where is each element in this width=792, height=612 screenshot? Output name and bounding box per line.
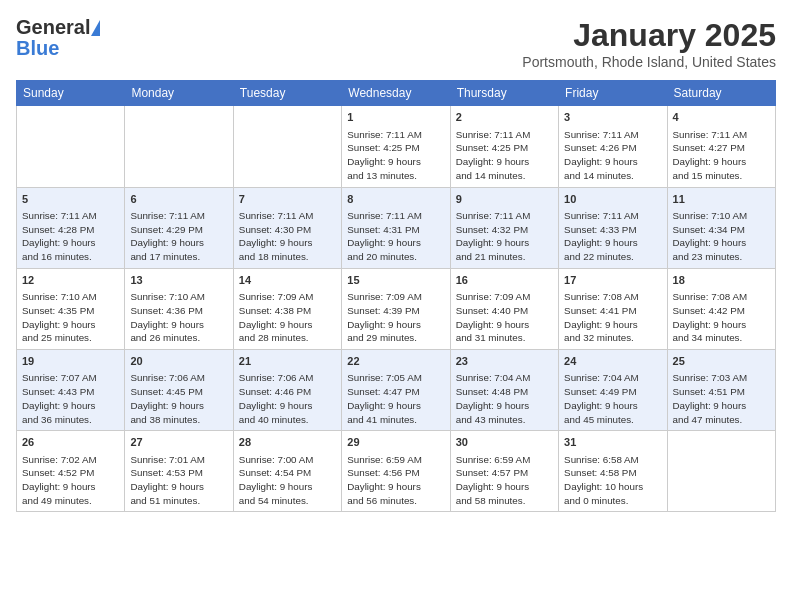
calendar-day-cell: 5Sunrise: 7:11 AM Sunset: 4:28 PM Daylig… bbox=[17, 187, 125, 268]
day-info: Sunrise: 7:06 AM Sunset: 4:46 PM Dayligh… bbox=[239, 371, 336, 426]
calendar-day-cell: 16Sunrise: 7:09 AM Sunset: 4:40 PM Dayli… bbox=[450, 268, 558, 349]
calendar-day-cell: 29Sunrise: 6:59 AM Sunset: 4:56 PM Dayli… bbox=[342, 431, 450, 512]
day-info: Sunrise: 7:03 AM Sunset: 4:51 PM Dayligh… bbox=[673, 371, 770, 426]
calendar-day-cell: 13Sunrise: 7:10 AM Sunset: 4:36 PM Dayli… bbox=[125, 268, 233, 349]
day-info: Sunrise: 7:08 AM Sunset: 4:42 PM Dayligh… bbox=[673, 290, 770, 345]
weekday-header-thursday: Thursday bbox=[450, 81, 558, 106]
day-number: 28 bbox=[239, 435, 336, 450]
weekday-header-monday: Monday bbox=[125, 81, 233, 106]
logo-general: General bbox=[16, 16, 90, 39]
weekday-header-row: SundayMondayTuesdayWednesdayThursdayFrid… bbox=[17, 81, 776, 106]
day-number: 22 bbox=[347, 354, 444, 369]
calendar-day-cell: 28Sunrise: 7:00 AM Sunset: 4:54 PM Dayli… bbox=[233, 431, 341, 512]
day-number: 2 bbox=[456, 110, 553, 125]
calendar-day-cell: 27Sunrise: 7:01 AM Sunset: 4:53 PM Dayli… bbox=[125, 431, 233, 512]
logo: General Blue bbox=[16, 16, 100, 60]
day-info: Sunrise: 7:10 AM Sunset: 4:35 PM Dayligh… bbox=[22, 290, 119, 345]
day-number: 21 bbox=[239, 354, 336, 369]
day-number: 14 bbox=[239, 273, 336, 288]
calendar-week-row: 1Sunrise: 7:11 AM Sunset: 4:25 PM Daylig… bbox=[17, 106, 776, 187]
calendar-day-cell bbox=[17, 106, 125, 187]
day-info: Sunrise: 7:11 AM Sunset: 4:31 PM Dayligh… bbox=[347, 209, 444, 264]
day-number: 20 bbox=[130, 354, 227, 369]
logo-blue: Blue bbox=[16, 37, 59, 60]
day-info: Sunrise: 7:11 AM Sunset: 4:33 PM Dayligh… bbox=[564, 209, 661, 264]
day-number: 13 bbox=[130, 273, 227, 288]
day-info: Sunrise: 7:11 AM Sunset: 4:29 PM Dayligh… bbox=[130, 209, 227, 264]
day-info: Sunrise: 7:09 AM Sunset: 4:38 PM Dayligh… bbox=[239, 290, 336, 345]
day-number: 8 bbox=[347, 192, 444, 207]
day-info: Sunrise: 7:01 AM Sunset: 4:53 PM Dayligh… bbox=[130, 453, 227, 508]
day-number: 11 bbox=[673, 192, 770, 207]
day-info: Sunrise: 7:11 AM Sunset: 4:27 PM Dayligh… bbox=[673, 128, 770, 183]
calendar-week-row: 5Sunrise: 7:11 AM Sunset: 4:28 PM Daylig… bbox=[17, 187, 776, 268]
day-info: Sunrise: 7:09 AM Sunset: 4:39 PM Dayligh… bbox=[347, 290, 444, 345]
day-number: 30 bbox=[456, 435, 553, 450]
day-info: Sunrise: 7:09 AM Sunset: 4:40 PM Dayligh… bbox=[456, 290, 553, 345]
title-block: January 2025 Portsmouth, Rhode Island, U… bbox=[522, 16, 776, 70]
calendar-day-cell: 3Sunrise: 7:11 AM Sunset: 4:26 PM Daylig… bbox=[559, 106, 667, 187]
calendar-day-cell: 4Sunrise: 7:11 AM Sunset: 4:27 PM Daylig… bbox=[667, 106, 775, 187]
calendar-day-cell: 25Sunrise: 7:03 AM Sunset: 4:51 PM Dayli… bbox=[667, 350, 775, 431]
day-number: 15 bbox=[347, 273, 444, 288]
day-number: 4 bbox=[673, 110, 770, 125]
calendar-day-cell: 24Sunrise: 7:04 AM Sunset: 4:49 PM Dayli… bbox=[559, 350, 667, 431]
calendar-day-cell: 12Sunrise: 7:10 AM Sunset: 4:35 PM Dayli… bbox=[17, 268, 125, 349]
day-number: 9 bbox=[456, 192, 553, 207]
weekday-header-wednesday: Wednesday bbox=[342, 81, 450, 106]
day-number: 17 bbox=[564, 273, 661, 288]
day-number: 1 bbox=[347, 110, 444, 125]
calendar-day-cell: 26Sunrise: 7:02 AM Sunset: 4:52 PM Dayli… bbox=[17, 431, 125, 512]
day-info: Sunrise: 6:59 AM Sunset: 4:56 PM Dayligh… bbox=[347, 453, 444, 508]
calendar-day-cell: 21Sunrise: 7:06 AM Sunset: 4:46 PM Dayli… bbox=[233, 350, 341, 431]
day-info: Sunrise: 6:58 AM Sunset: 4:58 PM Dayligh… bbox=[564, 453, 661, 508]
calendar-day-cell: 9Sunrise: 7:11 AM Sunset: 4:32 PM Daylig… bbox=[450, 187, 558, 268]
calendar-week-row: 26Sunrise: 7:02 AM Sunset: 4:52 PM Dayli… bbox=[17, 431, 776, 512]
calendar-day-cell bbox=[667, 431, 775, 512]
day-info: Sunrise: 7:06 AM Sunset: 4:45 PM Dayligh… bbox=[130, 371, 227, 426]
day-info: Sunrise: 7:11 AM Sunset: 4:28 PM Dayligh… bbox=[22, 209, 119, 264]
day-info: Sunrise: 7:11 AM Sunset: 4:32 PM Dayligh… bbox=[456, 209, 553, 264]
month-title: January 2025 bbox=[522, 16, 776, 54]
day-number: 19 bbox=[22, 354, 119, 369]
calendar-week-row: 12Sunrise: 7:10 AM Sunset: 4:35 PM Dayli… bbox=[17, 268, 776, 349]
calendar-day-cell: 8Sunrise: 7:11 AM Sunset: 4:31 PM Daylig… bbox=[342, 187, 450, 268]
day-number: 25 bbox=[673, 354, 770, 369]
logo-triangle-icon bbox=[91, 20, 100, 36]
calendar-day-cell: 31Sunrise: 6:58 AM Sunset: 4:58 PM Dayli… bbox=[559, 431, 667, 512]
day-info: Sunrise: 6:59 AM Sunset: 4:57 PM Dayligh… bbox=[456, 453, 553, 508]
day-info: Sunrise: 7:11 AM Sunset: 4:25 PM Dayligh… bbox=[456, 128, 553, 183]
day-info: Sunrise: 7:05 AM Sunset: 4:47 PM Dayligh… bbox=[347, 371, 444, 426]
day-number: 29 bbox=[347, 435, 444, 450]
day-info: Sunrise: 7:07 AM Sunset: 4:43 PM Dayligh… bbox=[22, 371, 119, 426]
calendar-day-cell bbox=[233, 106, 341, 187]
calendar-day-cell: 2Sunrise: 7:11 AM Sunset: 4:25 PM Daylig… bbox=[450, 106, 558, 187]
calendar-day-cell: 10Sunrise: 7:11 AM Sunset: 4:33 PM Dayli… bbox=[559, 187, 667, 268]
calendar-day-cell: 22Sunrise: 7:05 AM Sunset: 4:47 PM Dayli… bbox=[342, 350, 450, 431]
day-number: 16 bbox=[456, 273, 553, 288]
calendar-day-cell: 15Sunrise: 7:09 AM Sunset: 4:39 PM Dayli… bbox=[342, 268, 450, 349]
day-number: 24 bbox=[564, 354, 661, 369]
day-number: 31 bbox=[564, 435, 661, 450]
location-title: Portsmouth, Rhode Island, United States bbox=[522, 54, 776, 70]
day-info: Sunrise: 7:10 AM Sunset: 4:36 PM Dayligh… bbox=[130, 290, 227, 345]
day-info: Sunrise: 7:10 AM Sunset: 4:34 PM Dayligh… bbox=[673, 209, 770, 264]
calendar-day-cell: 14Sunrise: 7:09 AM Sunset: 4:38 PM Dayli… bbox=[233, 268, 341, 349]
calendar-day-cell: 19Sunrise: 7:07 AM Sunset: 4:43 PM Dayli… bbox=[17, 350, 125, 431]
calendar-day-cell: 23Sunrise: 7:04 AM Sunset: 4:48 PM Dayli… bbox=[450, 350, 558, 431]
calendar-day-cell: 6Sunrise: 7:11 AM Sunset: 4:29 PM Daylig… bbox=[125, 187, 233, 268]
page-header: General Blue January 2025 Portsmouth, Rh… bbox=[16, 16, 776, 70]
day-number: 27 bbox=[130, 435, 227, 450]
calendar-day-cell: 17Sunrise: 7:08 AM Sunset: 4:41 PM Dayli… bbox=[559, 268, 667, 349]
calendar-day-cell: 30Sunrise: 6:59 AM Sunset: 4:57 PM Dayli… bbox=[450, 431, 558, 512]
calendar-day-cell: 18Sunrise: 7:08 AM Sunset: 4:42 PM Dayli… bbox=[667, 268, 775, 349]
day-number: 18 bbox=[673, 273, 770, 288]
day-number: 12 bbox=[22, 273, 119, 288]
calendar-day-cell: 20Sunrise: 7:06 AM Sunset: 4:45 PM Dayli… bbox=[125, 350, 233, 431]
day-info: Sunrise: 7:11 AM Sunset: 4:25 PM Dayligh… bbox=[347, 128, 444, 183]
calendar-day-cell: 11Sunrise: 7:10 AM Sunset: 4:34 PM Dayli… bbox=[667, 187, 775, 268]
calendar-day-cell: 1Sunrise: 7:11 AM Sunset: 4:25 PM Daylig… bbox=[342, 106, 450, 187]
day-info: Sunrise: 7:04 AM Sunset: 4:48 PM Dayligh… bbox=[456, 371, 553, 426]
calendar-week-row: 19Sunrise: 7:07 AM Sunset: 4:43 PM Dayli… bbox=[17, 350, 776, 431]
day-info: Sunrise: 7:02 AM Sunset: 4:52 PM Dayligh… bbox=[22, 453, 119, 508]
